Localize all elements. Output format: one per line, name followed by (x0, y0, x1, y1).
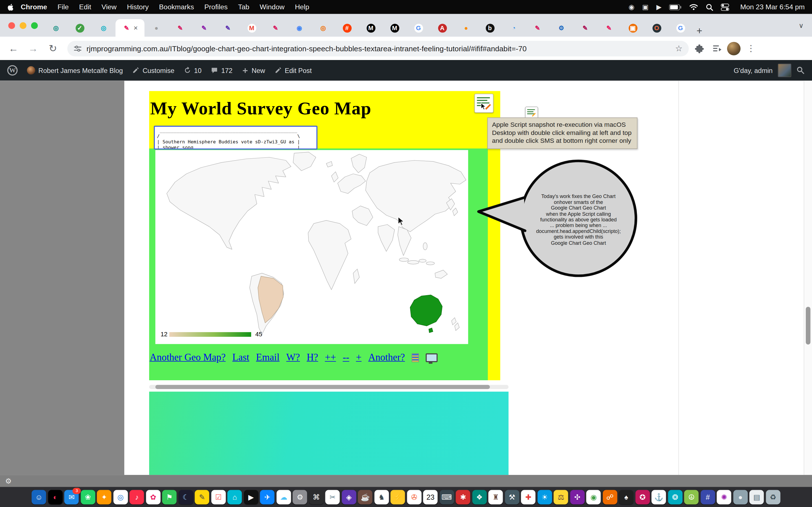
pinned-tab[interactable]: M (359, 19, 383, 37)
admin-customise-link[interactable]: Customise (132, 66, 174, 74)
pinned-tab[interactable]: ▣ (621, 19, 645, 37)
pinned-tab[interactable]: ✎ (192, 19, 216, 37)
active-tab[interactable]: ✎ × (116, 19, 145, 37)
dock-icon[interactable]: ⚙ (293, 490, 307, 504)
admin-comments-link[interactable]: 172 (211, 66, 233, 74)
dock-icon[interactable]: ☾ (179, 490, 193, 504)
pinned-tab[interactable]: A (430, 19, 454, 37)
pinned-tab[interactable]: M (383, 19, 406, 37)
dock-icon[interactable]: ◈ (342, 490, 356, 504)
menu-item[interactable]: Window (260, 3, 285, 11)
geo-link[interactable]: Last (232, 352, 249, 363)
status-badge-icon[interactable]: ◉ (628, 3, 635, 11)
tab-close-icon[interactable]: × (134, 24, 138, 32)
menu-item[interactable]: Help (295, 3, 309, 11)
dock-icon[interactable]: ♞ (374, 490, 389, 504)
dock-icon[interactable]: # (701, 490, 715, 504)
pinned-tab[interactable]: ◎ (311, 19, 335, 37)
dock-icon[interactable]: ❖ (472, 490, 487, 504)
dock-icon[interactable]: ⚡ (391, 490, 405, 504)
dock-icon[interactable]: ⚓ (652, 490, 666, 504)
dock-icon[interactable]: ✎ (195, 490, 209, 504)
battery-icon[interactable] (669, 4, 682, 10)
pinned-tab[interactable]: ● (454, 19, 478, 37)
geo-link[interactable]: W? (286, 352, 300, 363)
dock-icon[interactable]: ⌂ (227, 490, 242, 504)
pinned-tab[interactable]: ✎ (216, 19, 240, 37)
horizontal-scrollbar-thumb[interactable] (155, 385, 490, 389)
applescript-snapshot-icon[interactable] (474, 94, 493, 113)
dock-icon[interactable]: ✿ (146, 490, 160, 504)
dock-icon[interactable]: ✣ (570, 490, 585, 504)
geo-link[interactable]: -- (343, 352, 349, 363)
profile-avatar[interactable] (727, 42, 741, 55)
dock-icon[interactable]: ☑ (211, 490, 225, 504)
pinned-tab[interactable]: b (478, 19, 502, 37)
pinned-tab[interactable]: G (407, 19, 430, 37)
admin-new-link[interactable]: New (242, 66, 265, 74)
list-icon[interactable] (412, 353, 419, 362)
dock-icon[interactable]: ⚒ (505, 490, 519, 504)
vertical-scrollbar-thumb[interactable] (806, 307, 810, 344)
geo-link[interactable]: ++ (325, 352, 336, 363)
menu-item[interactable]: Bookmarks (159, 3, 194, 11)
menu-item[interactable]: View (101, 3, 116, 11)
dock-icon[interactable]: ▤ (749, 490, 764, 504)
pinned-tab[interactable]: ✎ (525, 19, 549, 37)
tab-search-chevron-icon[interactable]: ∨ (795, 18, 808, 32)
dock-icon[interactable]: ☁ (276, 490, 291, 504)
dock-icon[interactable]: ✺ (717, 490, 731, 504)
pinned-tab[interactable]: ✓ (68, 19, 92, 37)
pinned-tab[interactable]: # (335, 19, 359, 37)
menu-item[interactable]: Edit (79, 3, 91, 11)
dock-icon[interactable]: ✂ (325, 490, 340, 504)
dock-icon[interactable]: ✉ 3 (64, 490, 79, 504)
pinned-tab[interactable]: ◉ (287, 19, 311, 37)
window-minimize-button[interactable] (20, 22, 27, 29)
dock-icon[interactable]: ◎ (113, 490, 128, 504)
geo-link[interactable]: + (356, 352, 362, 363)
forward-button[interactable]: → (25, 40, 42, 57)
dock-icon[interactable]: ☺ (32, 490, 46, 504)
dock-icon[interactable]: ⌨ (440, 490, 454, 504)
dock-icon[interactable]: ⚑ (162, 490, 176, 504)
reload-button[interactable]: ↻ (45, 40, 61, 57)
chrome-menu-icon[interactable]: ⋮ (744, 41, 758, 55)
dock-icon[interactable]: ❂ (668, 490, 682, 504)
geo-chart-panel[interactable]: 12 45 (155, 150, 468, 344)
new-tab-button[interactable]: + (696, 25, 702, 37)
bookmark-star-icon[interactable]: ☆ (675, 43, 682, 53)
geo-link[interactable]: Another? (368, 352, 405, 363)
geo-link[interactable]: Email (256, 352, 280, 363)
menu-item[interactable]: Profiles (204, 3, 228, 11)
pinned-tab[interactable]: ✎ (264, 19, 287, 37)
menu-clock[interactable]: Mon 23 Mar 6:54 pm (740, 3, 805, 11)
site-info-icon[interactable] (73, 44, 82, 52)
geo-link[interactable]: Another Geo Map? (150, 352, 225, 363)
window-close-button[interactable] (8, 22, 15, 29)
dock-icon[interactable]: ☮ (684, 490, 699, 504)
menu-item[interactable]: Tab (238, 3, 249, 11)
back-button[interactable]: ← (5, 40, 22, 57)
pinned-tab[interactable]: ✎ (168, 19, 192, 37)
apple-menu-icon[interactable] (7, 3, 15, 11)
admin-edit-post-link[interactable]: Edit Post (274, 66, 312, 74)
dock-icon[interactable]: ✇ (407, 490, 421, 504)
dock-icon[interactable]: ✚ (521, 490, 536, 504)
admin-avatar[interactable] (778, 64, 792, 77)
pinned-tab[interactable]: ◎ (92, 19, 115, 37)
dock-icon[interactable]: ⌘ (309, 490, 323, 504)
control-center-icon[interactable] (721, 3, 729, 11)
pinned-tab[interactable]: O (645, 19, 668, 37)
pinned-tab[interactable]: ⚙ (550, 19, 573, 37)
address-bar[interactable]: rjmprogramming.com.au/ITblog/google-char… (67, 41, 689, 56)
dock-icon[interactable]: ◐ (48, 490, 62, 504)
world-map[interactable] (155, 150, 468, 344)
pinned-tab[interactable]: M (240, 19, 263, 37)
vertical-scrollbar-track[interactable] (804, 81, 812, 475)
dock-icon[interactable]: ⚖ (554, 490, 568, 504)
status-play-icon[interactable]: ▶ (656, 3, 661, 11)
pinned-tab[interactable]: ◎ (44, 19, 68, 37)
geo-link[interactable]: H? (307, 352, 318, 363)
dock-icon[interactable]: ✦ (97, 490, 111, 504)
